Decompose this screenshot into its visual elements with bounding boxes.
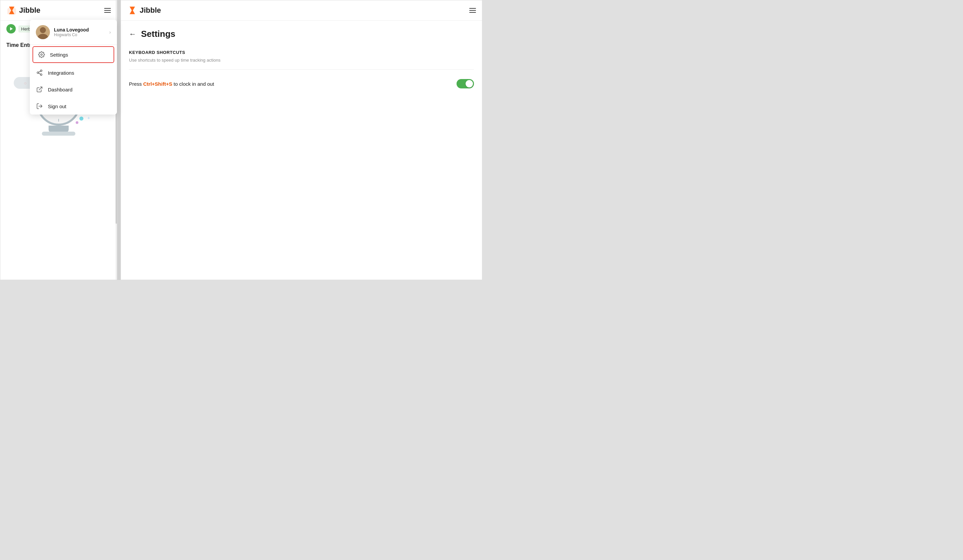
right-logo-text: Jibble xyxy=(140,6,161,15)
right-hamburger-icon[interactable] xyxy=(469,8,476,13)
play-button[interactable] xyxy=(6,24,16,34)
menu-user-row[interactable]: Luna Lovegood Hogwarts Co › xyxy=(30,20,117,45)
logo: Jibble xyxy=(6,5,41,16)
integrations-label: Integrations xyxy=(48,70,74,76)
right-jibble-logo-icon xyxy=(127,5,138,16)
tick-6 xyxy=(58,119,59,121)
shortcut-prefix: Press xyxy=(129,81,143,87)
right-header: Jibble xyxy=(121,0,482,21)
settings-label: Settings xyxy=(50,52,68,58)
settings-title-area: ← Settings xyxy=(121,21,482,45)
settings-title: Settings xyxy=(141,29,175,39)
shortcut-text: Press Ctrl+Shift+S to clock in and out xyxy=(129,81,214,87)
shortcut-suffix: to clock in and out xyxy=(172,81,214,87)
menu-item-dashboard[interactable]: Dashboard xyxy=(30,81,117,98)
back-arrow-icon[interactable]: ← xyxy=(129,30,136,39)
panel-separator xyxy=(117,0,121,280)
hamburger-icon[interactable] xyxy=(104,8,111,13)
settings-divider xyxy=(129,69,474,70)
left-panel: Jibble Herbol... Track Luna Lovegood Hog… xyxy=(0,0,117,280)
menu-user-company: Hogwarts Co xyxy=(54,32,105,37)
jibble-logo-icon xyxy=(6,5,17,16)
menu-item-settings[interactable]: Settings xyxy=(32,46,114,63)
menu-user-info: Luna Lovegood Hogwarts Co xyxy=(54,27,105,37)
circle-decoration: ○ xyxy=(24,80,26,86)
right-panel: Jibble ← Settings KEYBOARD SHORTCUTS Use… xyxy=(121,0,482,280)
logo-text: Jibble xyxy=(19,6,41,15)
dropdown-menu: Luna Lovegood Hogwarts Co › Settings xyxy=(30,20,117,115)
clock-base xyxy=(49,126,69,132)
menu-item-signout[interactable]: Sign out xyxy=(30,98,117,115)
keyboard-shortcuts-title: KEYBOARD SHORTCUTS xyxy=(129,50,474,55)
menu-user-name: Luna Lovegood xyxy=(54,27,105,32)
toggle-knob xyxy=(465,80,473,87)
settings-content: KEYBOARD SHORTCUTS Use shortcuts to spee… xyxy=(121,45,482,97)
plus-decoration-2: + xyxy=(88,115,90,121)
right-logo: Jibble xyxy=(127,5,161,16)
left-header: Jibble xyxy=(0,0,117,21)
shortcut-row: Press Ctrl+Shift+S to clock in and out xyxy=(129,76,474,91)
integrations-icon xyxy=(36,69,43,76)
avatar xyxy=(36,25,50,39)
svg-line-5 xyxy=(39,73,41,74)
dashboard-label: Dashboard xyxy=(48,87,72,92)
chevron-right-icon: › xyxy=(109,29,111,35)
clock-foot xyxy=(42,132,75,136)
signout-icon xyxy=(36,102,43,110)
settings-icon xyxy=(38,51,45,58)
menu-item-integrations[interactable]: Integrations xyxy=(30,64,117,81)
svg-line-7 xyxy=(39,87,42,90)
svg-line-6 xyxy=(39,71,41,72)
keyboard-shortcuts-desc: Use shortcuts to speed up time tracking … xyxy=(129,58,474,63)
keyboard-shortcut-toggle[interactable] xyxy=(457,79,474,88)
svg-point-1 xyxy=(41,54,42,56)
shortcut-key: Ctrl+Shift+S xyxy=(143,81,172,87)
signout-label: Sign out xyxy=(48,104,66,109)
dashboard-icon xyxy=(36,86,43,93)
